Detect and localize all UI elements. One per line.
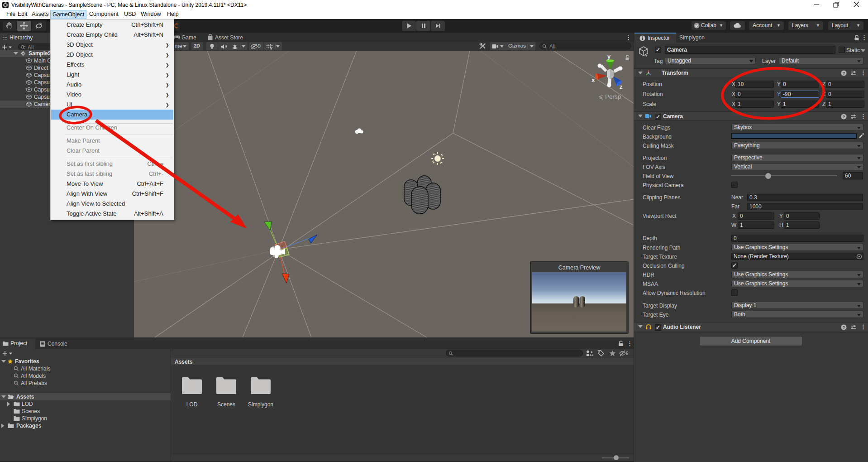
svg-text:9: 9 [626, 351, 628, 356]
svg-text:z: z [620, 83, 623, 90]
svg-text:?: ? [843, 325, 845, 330]
svg-text:⩽ Persp: ⩽ Persp [598, 93, 621, 100]
svg-text:x: x [591, 77, 595, 83]
svg-text:y: y [607, 53, 611, 60]
svg-text:?: ? [843, 71, 845, 76]
svg-text:?: ? [843, 115, 845, 119]
svg-text:Camera Preview: Camera Preview [558, 265, 601, 271]
